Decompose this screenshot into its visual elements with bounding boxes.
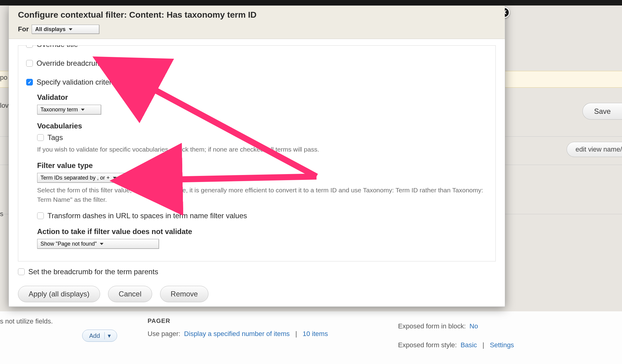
exposed-block-link[interactable]: No: [470, 322, 478, 330]
filter-value-type-value: Term IDs separated by , or +: [40, 175, 110, 181]
specify-validation-option[interactable]: Specify validation criteria: [26, 78, 487, 86]
chevron-down-icon: [100, 243, 103, 245]
chevron-down-icon: [113, 177, 117, 179]
specify-validation-checkbox[interactable]: [26, 79, 33, 86]
action-not-validate-select[interactable]: Show "Page not found": [37, 239, 159, 249]
for-label: For: [18, 25, 29, 33]
chevron-down-icon: [81, 109, 85, 111]
override-breadcrumb-checkbox[interactable]: [26, 60, 33, 67]
remove-button[interactable]: Remove: [160, 286, 208, 302]
for-display-value: All displays: [35, 26, 65, 33]
exposed-style-label: Exposed form style:: [398, 341, 457, 349]
exposed-style-settings-link[interactable]: Settings: [490, 341, 514, 349]
pager-items-link[interactable]: 10 items: [303, 330, 328, 338]
bg-text: po: [0, 74, 7, 82]
cancel-button[interactable]: Cancel: [108, 286, 152, 302]
transform-dashes-label: Transform dashes in URL to spaces in ter…: [47, 212, 247, 220]
sep: |: [295, 330, 297, 338]
override-title-checkbox[interactable]: [26, 45, 33, 48]
set-breadcrumb-checkbox[interactable]: [18, 268, 25, 275]
action-not-validate-value: Show "Page not found": [40, 241, 97, 247]
for-display-select[interactable]: All displays: [32, 25, 99, 34]
validator-label: Validator: [37, 93, 487, 102]
set-breadcrumb-label: Set the breadcrumb for the term parents: [28, 268, 158, 276]
validator-value: Taxonomy term: [40, 107, 78, 113]
pager-heading: PAGER: [148, 317, 391, 324]
validator-select[interactable]: Taxonomy term: [37, 105, 101, 114]
modal-title: Configure contextual filter: Content: Ha…: [18, 10, 499, 20]
transform-dashes-option[interactable]: Transform dashes in URL to spaces in ter…: [37, 212, 487, 220]
edit-view-name-button[interactable]: edit view name/: [567, 142, 622, 157]
override-breadcrumb-label: Override breadcrumb: [37, 59, 106, 68]
vocabularies-label: Vocabularies: [37, 122, 487, 130]
pager-display-link[interactable]: Display a specified number of items: [184, 330, 290, 338]
bg-text: lov: [0, 102, 9, 110]
filter-value-type-label: Filter value type: [37, 161, 487, 170]
add-button-label: Add: [82, 332, 100, 339]
modal-body: Override title Override breadcrumb Speci…: [18, 45, 496, 280]
action-not-validate-label: Action to take if filter value does not …: [37, 227, 487, 236]
apply-button[interactable]: Apply (all displays): [18, 286, 100, 302]
set-breadcrumb-option[interactable]: Set the breadcrumb for the term parents: [18, 268, 496, 276]
override-breadcrumb-option[interactable]: Override breadcrumb: [26, 59, 487, 68]
use-pager-label: Use pager:: [148, 330, 180, 338]
chevron-down-icon: [69, 28, 72, 30]
add-button[interactable]: Add ▾: [82, 330, 117, 342]
dropdown-caret-icon[interactable]: ▾: [104, 332, 114, 339]
vocabulary-tags-option[interactable]: Tags: [37, 133, 487, 142]
configure-contextual-filter-modal: ✕ Configure contextual filter: Content: …: [9, 5, 505, 307]
vocabulary-tags-checkbox[interactable]: [37, 134, 44, 141]
specify-validation-label: Specify validation criteria: [37, 78, 117, 86]
filter-value-type-help: Select the form of this filter value; if…: [37, 186, 487, 204]
vocabularies-help: If you wish to validate for specific voc…: [37, 145, 487, 154]
sep: |: [483, 341, 484, 349]
override-title-label: Override title: [37, 45, 78, 49]
fields-note: s not utilize fields.: [0, 311, 134, 325]
save-button[interactable]: Save: [582, 103, 622, 120]
modal-footer: Apply (all displays) Cancel Remove: [18, 286, 496, 302]
exposed-style-link[interactable]: Basic: [460, 341, 477, 349]
transform-dashes-checkbox[interactable]: [37, 212, 44, 219]
override-title-option[interactable]: Override title: [26, 45, 487, 49]
vocabulary-tags-label: Tags: [47, 133, 63, 142]
filter-value-type-select[interactable]: Term IDs separated by , or +: [37, 173, 142, 183]
modal-header: Configure contextual filter: Content: Ha…: [9, 6, 505, 39]
exposed-block-label: Exposed form in block:: [398, 322, 466, 330]
views-config-lower: s not utilize fields. Add ▾ PAGER Use pa…: [0, 311, 622, 364]
bg-text: s: [0, 210, 3, 218]
top-bar: [0, 0, 622, 5]
